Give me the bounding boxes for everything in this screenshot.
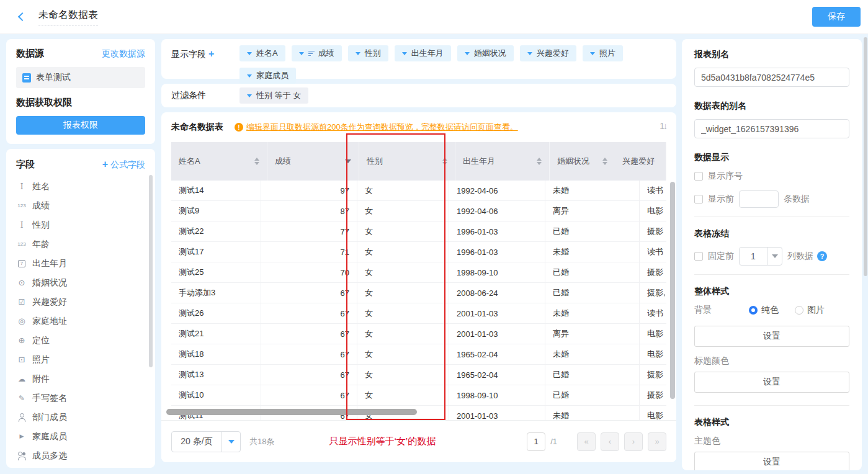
column-header[interactable]: 出生年月 xyxy=(455,142,550,181)
cell-hobby: 摄影 xyxy=(640,262,666,282)
image-radio[interactable]: 图片 xyxy=(795,305,825,316)
page-number-input[interactable] xyxy=(527,432,545,451)
table-footer: 20 条/页 共18条 只显示性别等于‘女’的数据 /1 « ‹ › » xyxy=(161,420,676,462)
cell-birthdate: 2001-01-03 xyxy=(449,324,545,344)
datasource-item[interactable]: 表单测试 xyxy=(16,67,145,88)
field-list-item[interactable]: 手写签名 xyxy=(16,388,155,408)
display-fields-card: 显示字段 + 姓名A 成绩 性别 出生年月 xyxy=(161,39,676,79)
field-tag[interactable]: 家庭成员 xyxy=(239,68,296,84)
field-list-item[interactable]: 成绩 xyxy=(16,196,155,215)
cell-marital: 未婚 xyxy=(545,181,640,200)
field-tag[interactable]: 性别 xyxy=(348,45,388,61)
filter-tags: 性别 等于 女 xyxy=(239,87,637,104)
table-sort-control-icon[interactable]: 1↓ xyxy=(660,121,666,131)
display-fields-label: 显示字段 + xyxy=(171,45,239,73)
field-list-item[interactable]: 家庭成员 xyxy=(16,427,155,446)
column-header[interactable]: 兴趣爱好 xyxy=(615,142,666,181)
cell-hobby: 电影 xyxy=(640,201,666,221)
change-datasource-link[interactable]: 更改数据源 xyxy=(102,48,145,60)
cell-birthdate: 1992-04-06 xyxy=(449,201,545,221)
table-card: 未命名数据表 !编辑界面只取数据源前200条作为查询数据预览，完整数据请访问页面… xyxy=(161,112,676,462)
column-header[interactable]: 婚姻状况 xyxy=(550,142,615,181)
horizontal-scrollbar[interactable] xyxy=(166,409,417,415)
show-index-checkbox[interactable]: 显示序号 xyxy=(694,171,849,182)
theme-color-set-button[interactable]: 设置 xyxy=(694,452,849,470)
field-tag[interactable]: 成绩 xyxy=(292,45,342,61)
field-list-item[interactable]: 年龄 xyxy=(16,235,155,254)
report-alias-input[interactable] xyxy=(694,68,849,87)
filter-tag[interactable]: 性别 等于 女 xyxy=(239,87,308,104)
field-list-item[interactable]: 成员多选 xyxy=(16,446,155,465)
field-label: 照片 xyxy=(32,354,50,365)
overall-style-title: 整体样式 xyxy=(694,286,849,297)
dropdown-triangle-icon xyxy=(247,52,252,55)
field-list-item[interactable]: 家庭地址 xyxy=(16,311,155,331)
total-count: 共18条 xyxy=(249,436,274,447)
cell-name: 测试14 xyxy=(171,181,261,200)
help-icon[interactable]: ? xyxy=(817,251,827,261)
field-type-icon xyxy=(16,298,27,306)
field-list-item[interactable]: 附件 xyxy=(16,369,155,388)
page-scrollbar[interactable] xyxy=(864,37,867,276)
back-button[interactable] xyxy=(12,8,30,25)
column-sort-icon[interactable] xyxy=(537,158,542,165)
background-option-row: 背景 纯色 图片 xyxy=(694,305,849,316)
report-permission-button[interactable]: 报表权限 xyxy=(16,116,145,135)
first-page-button[interactable]: « xyxy=(577,432,596,451)
dropdown-triangle-icon xyxy=(527,52,532,55)
background-set-button[interactable]: 设置 xyxy=(694,326,849,347)
add-display-field-button[interactable]: + xyxy=(208,48,214,59)
table-row: 测试22 77 女 1996-01-03 已婚 摄影 xyxy=(171,221,666,242)
cell-hobby: 读书 xyxy=(640,303,666,323)
field-tag[interactable]: 兴趣爱好 xyxy=(520,45,576,61)
show-first-checkbox[interactable]: 显示前 条数据 xyxy=(694,190,849,208)
dropdown-triangle-icon xyxy=(247,74,252,78)
column-sort-icon[interactable] xyxy=(602,158,607,165)
display-field-tags: 姓名A 成绩 性别 出生年月 婚姻状况 xyxy=(239,45,637,73)
freeze-count-select[interactable]: 1 xyxy=(739,247,782,266)
field-list-item[interactable]: 部门成员 xyxy=(16,408,155,427)
field-label: 姓名 xyxy=(32,181,50,192)
field-tag[interactable]: 出生年月 xyxy=(395,45,451,61)
field-list-item[interactable]: 性别 xyxy=(16,215,155,235)
title-color-set-button[interactable]: 设置 xyxy=(694,372,849,393)
prev-page-button[interactable]: ‹ xyxy=(601,432,619,451)
field-list-item[interactable]: 照片 xyxy=(16,350,155,369)
save-button[interactable]: 保存 xyxy=(812,7,861,27)
add-formula-field-link[interactable]: +公式字段 xyxy=(102,159,145,171)
column-sort-icon[interactable] xyxy=(254,158,259,165)
table-alias-input[interactable] xyxy=(694,119,849,138)
field-label: 定位 xyxy=(32,335,50,346)
table-vertical-scrollbar[interactable] xyxy=(670,182,675,399)
preview-notice: !编辑界面只取数据源前200条作为查询数据预览，完整数据请访问页面查看。 xyxy=(235,122,518,133)
field-tag[interactable]: 姓名A xyxy=(239,45,285,61)
cell-name: 测试13 xyxy=(171,365,261,385)
field-tag[interactable]: 照片 xyxy=(583,45,623,61)
freeze-columns-checkbox[interactable]: 固定前 1 列数据 ? xyxy=(694,247,849,266)
solid-color-radio[interactable]: 纯色 xyxy=(749,305,779,316)
last-page-button[interactable]: » xyxy=(648,432,666,451)
field-list-item[interactable]: 定位 xyxy=(16,331,155,350)
field-list-item[interactable]: 兴趣爱好 xyxy=(16,292,155,311)
table-header-row: 姓名A 成绩 性别 出生年月 婚姻状况 xyxy=(171,142,666,181)
field-list-item[interactable]: 姓名 xyxy=(16,177,155,196)
column-header[interactable]: 性别 xyxy=(359,142,455,181)
next-page-button[interactable]: › xyxy=(624,432,643,451)
field-list-item[interactable]: 婚姻状况 xyxy=(16,273,155,292)
cell-birthdate: 2008-06-24 xyxy=(449,283,545,303)
field-tag-label: 兴趣爱好 xyxy=(537,48,569,59)
theme-color-label: 主题色 xyxy=(694,436,849,447)
cell-name: 测试21 xyxy=(171,324,261,344)
fields-scrollbar[interactable] xyxy=(149,175,153,367)
filter-tag-label: 性别 等于 女 xyxy=(256,90,301,101)
column-sort-icon[interactable] xyxy=(442,158,447,165)
field-tag[interactable]: 婚姻状况 xyxy=(457,45,514,61)
column-header[interactable]: 成绩 xyxy=(267,142,359,181)
show-first-count-input[interactable] xyxy=(739,190,779,208)
page-size-select[interactable]: 20 条/页 xyxy=(171,431,241,452)
column-sort-icon[interactable] xyxy=(345,159,351,163)
dropdown-triangle-icon xyxy=(356,52,360,55)
field-type-icon xyxy=(16,434,27,439)
field-list-item[interactable]: 出生年月 xyxy=(16,254,155,273)
column-header[interactable]: 姓名A xyxy=(171,142,267,181)
